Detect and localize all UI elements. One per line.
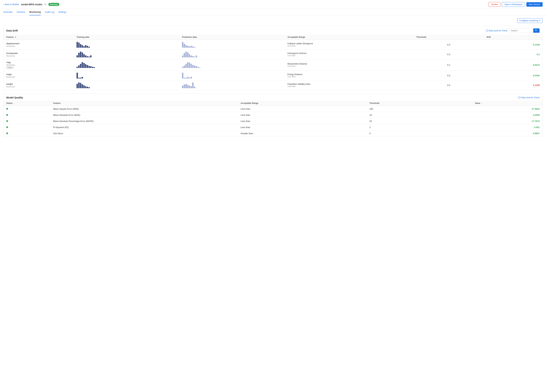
- training-chart: [77, 72, 176, 78]
- search-input[interactable]: [509, 29, 533, 33]
- prediction-chart: [182, 42, 282, 48]
- model-quality-header: Model Quality i Data used for Check: [4, 94, 542, 101]
- table-row: Gini Norm Greater than 0 0.8907: [4, 130, 542, 137]
- acceptable-range-sub: Less than: [287, 85, 411, 87]
- quality-col-threshold: Threshold: [367, 101, 472, 106]
- prediction-chart: [182, 72, 282, 78]
- drift-col-threshold: Threshold: [414, 35, 484, 40]
- acceptable-range-name: Wasserstein Distance: [287, 63, 411, 65]
- model-quality-data-used-link[interactable]: i Data used for Check: [518, 96, 540, 99]
- acceptable-range-cell: Population Stability Index Less than: [285, 80, 414, 90]
- acceptable-range-sub: Less than: [287, 55, 411, 57]
- acceptable-range-sub: Less than: [287, 45, 411, 47]
- quality-threshold-cell: 20: [367, 118, 472, 124]
- tab-settings[interactable]: Settings: [58, 9, 66, 15]
- feature-cell: mpg Numerical Output: [4, 59, 74, 71]
- nav-tabs: Overview Versions Monitoring Audit Log S…: [0, 9, 546, 15]
- output-badge: Output: [6, 66, 13, 69]
- table-row: Mean Absolute Error (MAE) Less than 10 4…: [4, 112, 542, 118]
- tab-monitoring[interactable]: Monitoring: [29, 9, 41, 15]
- drift-value-cell: 0.1169: [484, 40, 542, 50]
- feature-cell: horsepower Numerical: [4, 50, 74, 59]
- prediction-chart: [182, 82, 282, 88]
- sort-icon[interactable]: ⇅: [15, 36, 16, 38]
- tab-overview[interactable]: Overview: [3, 9, 13, 15]
- open-in-workspace-button[interactable]: Open in Workspace: [502, 2, 525, 7]
- threshold-cell: 0.5: [414, 80, 484, 90]
- info-icon-quality: i: [518, 96, 520, 99]
- feature-type: Numerical: [6, 55, 71, 57]
- status-cell: [4, 118, 51, 124]
- table-row: origin Numerical Energy Distance Less th…: [4, 71, 542, 80]
- status-cell: [4, 124, 51, 130]
- quality-feature-cell: Mean Absolute Error (MAE): [51, 112, 238, 118]
- quality-feature-cell: Mean Square Error (MSE): [51, 106, 238, 112]
- quality-col-status: Status ↕: [4, 101, 51, 106]
- search-icon: 🔍: [535, 29, 538, 32]
- threshold-cell: 0.3: [414, 40, 484, 50]
- table-row: Mean Square Error (MSE) Less than 100 27…: [4, 106, 542, 112]
- training-chart: [77, 51, 176, 57]
- status-sort-icon[interactable]: ↕: [14, 102, 14, 104]
- acceptable-range-name: Kolmogorov-Smirnov: [287, 52, 411, 55]
- tab-audit-log[interactable]: Audit Log: [45, 9, 54, 15]
- training-data-cell: [74, 40, 179, 50]
- acceptable-range-cell: Wasserstein Distance Less than: [285, 59, 414, 71]
- drift-col-prediction: Prediction data: [179, 35, 285, 40]
- acceptable-range-name: Kullback-Leibler Divergence: [287, 42, 411, 45]
- feature-name: horsepower: [6, 52, 71, 55]
- drift-value-cell: 0.2: [484, 50, 542, 59]
- search-button[interactable]: 🔍: [533, 28, 540, 33]
- data-drift-title: Data Drift: [6, 29, 18, 32]
- configure-row: Configure monitoring ▾: [3, 18, 543, 23]
- acceptable-range-name: Energy Distance: [287, 73, 411, 76]
- archive-button[interactable]: Archive: [488, 2, 500, 7]
- data-drift-section: Data Drift i Data used for Check 🔍: [3, 26, 543, 90]
- training-chart: [77, 82, 176, 88]
- quality-feature-cell: Gini Norm: [51, 130, 238, 137]
- header-right: Archive Open in Workspace New Version: [488, 2, 543, 7]
- status-cell: [4, 130, 51, 137]
- model-quality-section: Model Quality i Data used for Check Stat…: [3, 94, 543, 137]
- acceptable-range-cell: Kullback-Leibler Divergence Less than: [285, 40, 414, 50]
- drift-col-drift: Drift: [484, 35, 542, 40]
- table-row: mpg Numerical Output Wasserstein Distanc…: [4, 59, 542, 71]
- value-sort-icon[interactable]: ↕: [481, 102, 482, 104]
- training-chart: [77, 42, 176, 48]
- feature-cell: displacement Numerical: [4, 40, 74, 50]
- model-name: model-MPG-studio: [21, 3, 42, 6]
- feature-type: Numerical: [6, 45, 71, 47]
- quality-threshold-cell: 100: [367, 106, 472, 112]
- new-version-button[interactable]: New Version: [526, 2, 543, 7]
- model-quality-header-right: i Data used for Check: [518, 96, 540, 99]
- quality-value-cell: 0.561: [472, 124, 542, 130]
- quality-acceptable-cell: Less than: [238, 124, 367, 130]
- drift-col-feature: Feature ⇅: [4, 35, 74, 40]
- data-used-for-check-link[interactable]: i Data used for Check: [486, 29, 507, 32]
- data-drift-header-right: i Data used for Check 🔍: [486, 28, 540, 33]
- training-data-cell: [74, 59, 179, 71]
- status-dot: [6, 133, 8, 134]
- prediction-data-cell: [179, 59, 285, 71]
- threshold-cell: 0.3: [414, 71, 484, 80]
- acceptable-range-sub: Less than: [287, 76, 411, 78]
- feature-type: Numerical: [6, 64, 71, 66]
- training-chart: [77, 62, 176, 68]
- configure-monitoring-button[interactable]: Configure monitoring ▾: [517, 18, 543, 23]
- acceptable-range-sub: Less than: [287, 65, 411, 67]
- back-to-models-link[interactable]: Back to Models: [3, 3, 19, 6]
- configure-monitoring-label: Configure monitoring: [520, 19, 538, 22]
- edit-icon[interactable]: ✎: [44, 3, 46, 6]
- quality-feature-cell: Mean Absolute Percentage Error (MAPE): [51, 118, 238, 124]
- drift-col-training: Training data: [74, 35, 179, 40]
- table-row: displacement Numerical Kullback-Leibler …: [4, 40, 542, 50]
- acceptable-range-cell: Energy Distance Less than: [285, 71, 414, 80]
- prediction-data-cell: [179, 40, 285, 50]
- table-row: weight Numerical Population Stability In…: [4, 80, 542, 90]
- status-badge: Running: [48, 3, 59, 6]
- quality-acceptable-cell: Less than: [238, 112, 367, 118]
- status-dot: [6, 126, 8, 128]
- tab-versions[interactable]: Versions: [17, 9, 25, 15]
- table-row: Mean Absolute Percentage Error (MAPE) Le…: [4, 118, 542, 124]
- status-dot: [6, 120, 8, 122]
